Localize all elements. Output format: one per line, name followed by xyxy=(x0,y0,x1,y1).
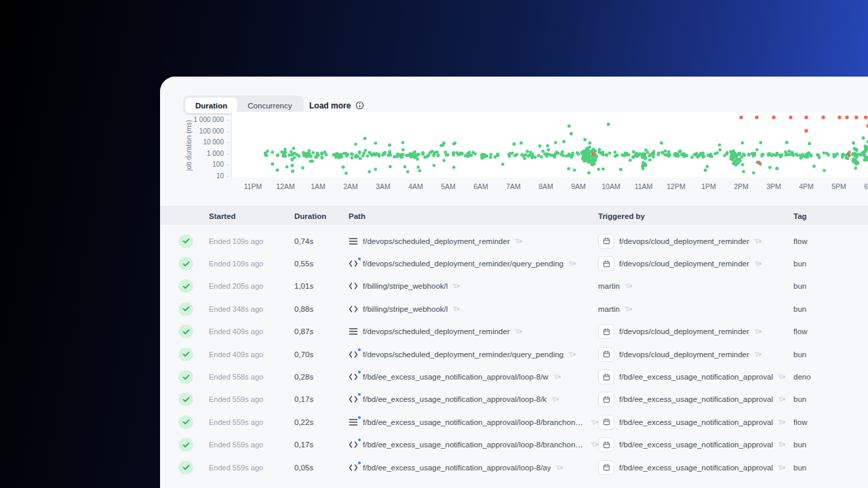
flow-icon xyxy=(349,327,358,336)
run-path-link[interactable]: f/devops/scheduled_deployment_reminder/q… xyxy=(363,350,564,359)
success-check-badge xyxy=(178,325,193,338)
run-trigger-link[interactable]: f/devops/cloud_deployment_reminder xyxy=(619,327,749,336)
table-row[interactable]: Ended 559s ago0,17sf/bd/ee_excess_usage_… xyxy=(160,434,868,456)
run-tag: bun xyxy=(793,282,868,290)
run-duration: 1,01s xyxy=(294,282,349,290)
success-check-badge xyxy=(178,370,193,384)
run-started: Ended 559s ago xyxy=(209,464,294,472)
run-path-link[interactable]: f/billing/stripe_webhook/l xyxy=(363,305,448,313)
run-started: Ended 559s ago xyxy=(209,418,294,426)
table-row[interactable]: Ended 559s ago0,05sf/bd/ee_excess_usage_… xyxy=(160,456,868,479)
filter-by-trigger-icon[interactable] xyxy=(625,306,632,312)
table-row[interactable]: Ended 559s ago0,17sf/bd/ee_excess_usage_… xyxy=(160,388,868,411)
run-trigger-link[interactable]: f/bd/ee_excess_usage_notification_approv… xyxy=(619,373,773,381)
tab-duration[interactable]: Duration xyxy=(185,98,237,113)
run-trigger-link[interactable]: f/devops/cloud_deployment_reminder xyxy=(619,260,749,268)
run-trigger-link[interactable]: f/devops/cloud_deployment_reminder xyxy=(619,237,749,245)
run-path-link[interactable]: f/bd/ee_excess_usage_notification_approv… xyxy=(363,464,551,472)
run-started: Ended 409s ago xyxy=(209,350,294,359)
filter-by-trigger-icon[interactable] xyxy=(778,373,785,380)
run-duration: 0,55s xyxy=(294,260,349,268)
success-check-badge xyxy=(178,348,193,361)
page-background: Duration Concurrency Load more job durat… xyxy=(0,0,868,488)
table-row[interactable]: Ended 409s ago0,70sf/devops/scheduled_de… xyxy=(160,343,868,365)
filter-by-path-icon[interactable] xyxy=(568,351,576,358)
filter-by-trigger-icon[interactable] xyxy=(778,419,785,426)
run-path-link[interactable]: f/devops/scheduled_deployment_reminder/q… xyxy=(363,260,564,268)
run-started: Ended 109s ago xyxy=(209,237,294,245)
filter-by-trigger-icon[interactable] xyxy=(754,260,762,267)
filter-by-trigger-icon[interactable] xyxy=(778,441,785,448)
run-duration: 0,88s xyxy=(294,305,349,313)
table-row[interactable]: Ended 348s ago0,88sf/billing/stripe_webh… xyxy=(160,298,868,320)
run-trigger-link[interactable]: martin xyxy=(598,305,620,313)
column-path: Path xyxy=(349,212,598,220)
filter-by-path-icon[interactable] xyxy=(515,238,522,245)
column-duration: Duration xyxy=(294,212,349,220)
run-tag: bun xyxy=(793,464,868,472)
filter-by-trigger-icon[interactable] xyxy=(625,283,632,289)
filter-by-path-icon[interactable] xyxy=(568,260,576,267)
code-icon xyxy=(349,260,358,268)
run-started: Ended 559s ago xyxy=(209,441,294,449)
filter-by-path-icon[interactable] xyxy=(591,441,598,448)
y-tick-label: 100 000 xyxy=(179,127,224,136)
run-trigger-link[interactable]: f/devops/cloud_deployment_reminder xyxy=(619,350,749,359)
code-icon xyxy=(349,395,358,403)
filter-by-trigger-icon[interactable] xyxy=(778,396,785,403)
run-trigger-link[interactable]: f/bd/ee_excess_usage_notification_approv… xyxy=(619,464,773,472)
filter-by-trigger-icon[interactable] xyxy=(754,328,762,335)
run-trigger-link[interactable]: martin xyxy=(598,282,620,290)
tab-concurrency[interactable]: Concurrency xyxy=(237,98,302,113)
table-row[interactable]: Ended 109s ago0,55sf/devops/scheduled_de… xyxy=(160,252,868,274)
run-trigger-link[interactable]: f/bd/ee_excess_usage_notification_approv… xyxy=(619,418,773,426)
run-path-link[interactable]: f/billing/stripe_webhook/l xyxy=(363,282,448,290)
run-path-link[interactable]: f/bd/ee_excess_usage_notification_approv… xyxy=(363,373,549,381)
run-path-link[interactable]: f/devops/scheduled_deployment_reminder xyxy=(363,327,510,336)
run-tag: deno xyxy=(793,373,868,381)
filter-by-trigger-icon[interactable] xyxy=(754,351,762,358)
y-tick-label: 1 000 000 xyxy=(179,116,224,124)
y-tick-label: 1 000 xyxy=(179,150,224,158)
filter-by-path-icon[interactable] xyxy=(553,373,561,380)
code-icon xyxy=(349,305,358,313)
run-tag: bun xyxy=(793,395,868,403)
schedule-icon xyxy=(598,256,614,271)
filter-by-path-icon[interactable] xyxy=(591,419,598,426)
run-path-link[interactable]: f/bd/ee_excess_usage_notification_approv… xyxy=(363,395,547,403)
success-check-badge xyxy=(178,235,193,248)
filter-by-trigger-icon[interactable] xyxy=(754,238,762,245)
schedule-icon xyxy=(598,460,614,475)
column-started: Started xyxy=(209,212,294,220)
filter-by-path-icon[interactable] xyxy=(555,464,563,471)
table-row[interactable]: Ended 558s ago0,28sf/bd/ee_excess_usage_… xyxy=(160,365,868,388)
run-duration: 0,17s xyxy=(294,441,349,449)
run-duration: 0,87s xyxy=(294,327,349,336)
runs-panel: Duration Concurrency Load more job durat… xyxy=(160,77,868,488)
filter-by-path-icon[interactable] xyxy=(452,283,460,289)
run-path-link[interactable]: f/bd/ee_excess_usage_notification_approv… xyxy=(363,418,586,426)
table-row[interactable]: Ended 109s ago0,74sf/devops/scheduled_de… xyxy=(160,230,868,252)
run-started: Ended 558s ago xyxy=(209,373,294,381)
run-trigger-link[interactable]: f/bd/ee_excess_usage_notification_approv… xyxy=(619,441,773,449)
run-trigger-link[interactable]: f/bd/ee_excess_usage_notification_approv… xyxy=(619,395,773,403)
info-icon[interactable] xyxy=(355,101,364,110)
filter-by-path-icon[interactable] xyxy=(515,328,522,335)
run-tag: flow xyxy=(793,237,868,245)
schedule-icon xyxy=(598,347,614,362)
success-check-badge xyxy=(178,257,193,270)
y-tick-label: 10 xyxy=(179,172,224,180)
filter-by-path-icon[interactable] xyxy=(452,306,460,312)
run-path-link[interactable]: f/devops/scheduled_deployment_reminder xyxy=(363,237,510,245)
table-row[interactable]: Ended 559s ago0,22sf/bd/ee_excess_usage_… xyxy=(160,411,868,433)
flow-icon xyxy=(349,237,358,245)
filter-by-path-icon[interactable] xyxy=(551,396,559,403)
scatter-plot[interactable] xyxy=(231,112,868,180)
run-duration: 0,28s xyxy=(294,373,349,381)
table-row[interactable]: Ended 205s ago1,01sf/billing/stripe_webh… xyxy=(160,275,868,298)
column-triggered-by: Triggered by xyxy=(598,212,793,220)
filter-by-trigger-icon[interactable] xyxy=(778,464,785,471)
run-tag: bun xyxy=(793,305,868,313)
run-path-link[interactable]: f/bd/ee_excess_usage_notification_approv… xyxy=(363,441,586,449)
table-row[interactable]: Ended 409s ago0,87sf/devops/scheduled_de… xyxy=(160,321,868,343)
